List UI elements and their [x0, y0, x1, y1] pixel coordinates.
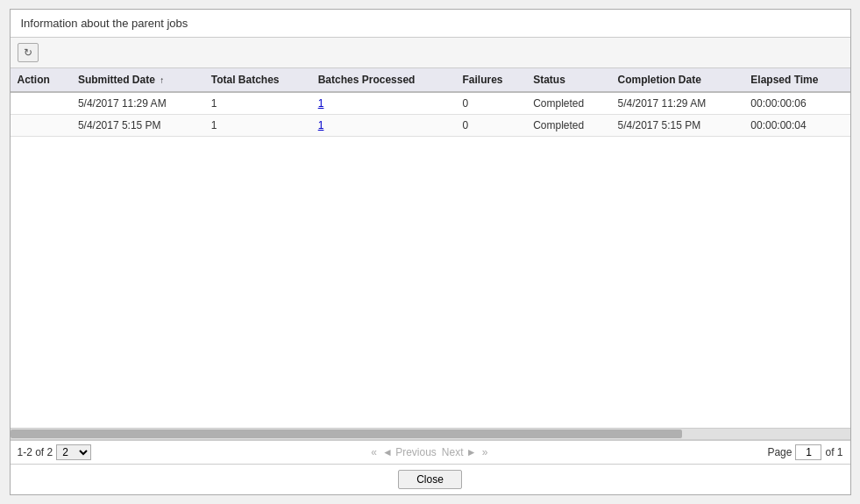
close-button[interactable]: Close	[398, 470, 462, 489]
page-label: Page	[767, 446, 792, 458]
cell-completion_date: 5/4/2017 5:15 PM	[610, 115, 743, 137]
col-header-batches-processed: Batches Processed	[311, 68, 456, 92]
close-bar: Close	[11, 464, 850, 494]
cell-failures: 0	[456, 92, 527, 115]
col-header-status: Status	[526, 68, 610, 92]
refresh-button[interactable]: ↻	[18, 43, 39, 62]
cell-submitted_date: 5/4/2017 5:15 PM	[71, 115, 204, 137]
col-header-failures: Failures	[456, 68, 527, 92]
of-label: of 1	[825, 446, 842, 458]
rows-per-page-select[interactable]: 2 10 25 50	[56, 444, 91, 460]
link-batches_processed[interactable]: 1	[318, 119, 324, 131]
sort-arrow-icon: ↑	[160, 75, 164, 85]
dialog: Information about the parent jobs ↻ Acti…	[10, 9, 851, 495]
footer-right: Page of 1	[767, 444, 842, 460]
cell-action	[11, 92, 71, 115]
first-page-button[interactable]: «	[371, 446, 377, 458]
footer-bar: 1-2 of 2 2 10 25 50 « ◄ Previous Next ► …	[11, 440, 850, 464]
cell-status: Completed	[526, 115, 610, 137]
next-page-button[interactable]: Next ►	[442, 446, 477, 458]
col-header-submitted-date[interactable]: Submitted Date ↑	[71, 68, 204, 92]
cell-batches_processed[interactable]: 1	[311, 115, 456, 137]
cell-batches_processed[interactable]: 1	[311, 92, 456, 115]
prev-page-button[interactable]: ◄ Previous	[382, 446, 437, 458]
last-page-button[interactable]: »	[482, 446, 488, 458]
page-input[interactable]	[795, 444, 821, 460]
cell-action	[11, 115, 71, 137]
table-row: 5/4/2017 5:15 PM110Completed5/4/2017 5:1…	[11, 115, 850, 137]
cell-completion_date: 5/4/2017 11:29 AM	[610, 92, 743, 115]
col-header-completion-date: Completion Date	[610, 68, 743, 92]
cell-submitted_date: 5/4/2017 11:29 AM	[71, 92, 204, 115]
cell-elapsed_time: 00:00:00:06	[743, 92, 849, 115]
table-container: Action Submitted Date ↑ Total Batches Ba…	[11, 68, 850, 428]
cell-total_batches: 1	[204, 92, 311, 115]
cell-failures: 0	[456, 115, 527, 137]
rows-count: 1-2 of 2	[18, 446, 53, 458]
col-header-action: Action	[11, 68, 71, 92]
cell-total_batches: 1	[204, 115, 311, 137]
data-table: Action Submitted Date ↑ Total Batches Ba…	[11, 68, 850, 137]
cell-status: Completed	[526, 92, 610, 115]
link-batches_processed[interactable]: 1	[318, 97, 324, 110]
table-header-row: Action Submitted Date ↑ Total Batches Ba…	[11, 68, 850, 92]
footer-nav: « ◄ Previous Next ► »	[371, 446, 487, 458]
col-header-total-batches: Total Batches	[204, 68, 311, 92]
horizontal-scrollbar[interactable]	[11, 428, 850, 440]
cell-elapsed_time: 00:00:00:04	[743, 115, 849, 137]
toolbar: ↻	[11, 38, 850, 68]
table-body: 5/4/2017 11:29 AM110Completed5/4/2017 11…	[11, 92, 850, 137]
footer-left: 1-2 of 2 2 10 25 50	[18, 444, 92, 460]
refresh-icon: ↻	[24, 46, 32, 59]
table-row: 5/4/2017 11:29 AM110Completed5/4/2017 11…	[11, 92, 850, 115]
dialog-title: Information about the parent jobs	[11, 10, 850, 38]
col-header-elapsed-time: Elapsed Time	[743, 68, 849, 92]
